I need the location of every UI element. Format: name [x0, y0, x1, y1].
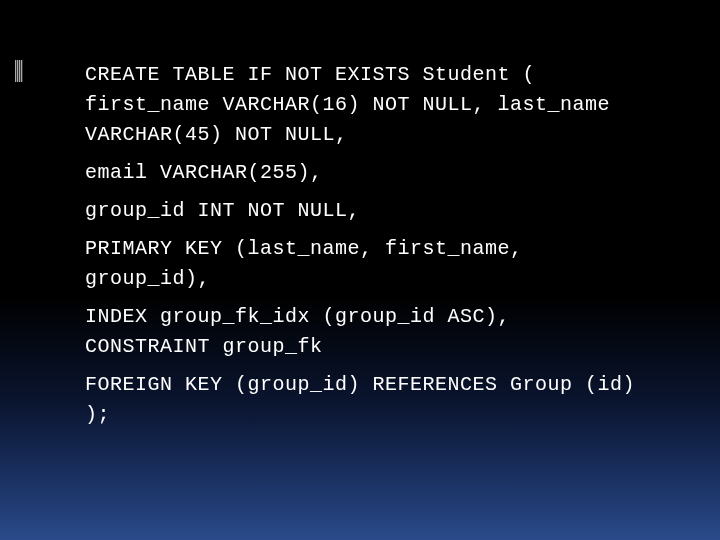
sql-code-block: CREATE TABLE IF NOT EXISTS Student ( fir…	[85, 60, 640, 430]
code-line: email VARCHAR(255),	[85, 158, 640, 188]
code-line: INDEX group_fk_idx (group_id ASC), CONST…	[85, 302, 640, 362]
slide-container: CREATE TABLE IF NOT EXISTS Student ( fir…	[0, 0, 720, 540]
code-line: PRIMARY KEY (last_name, first_name, grou…	[85, 234, 640, 294]
code-line: group_id INT NOT NULL,	[85, 196, 640, 226]
side-decoration	[15, 60, 23, 82]
code-line: FOREIGN KEY (group_id) REFERENCES Group …	[85, 370, 640, 430]
code-line: CREATE TABLE IF NOT EXISTS Student ( fir…	[85, 60, 640, 150]
